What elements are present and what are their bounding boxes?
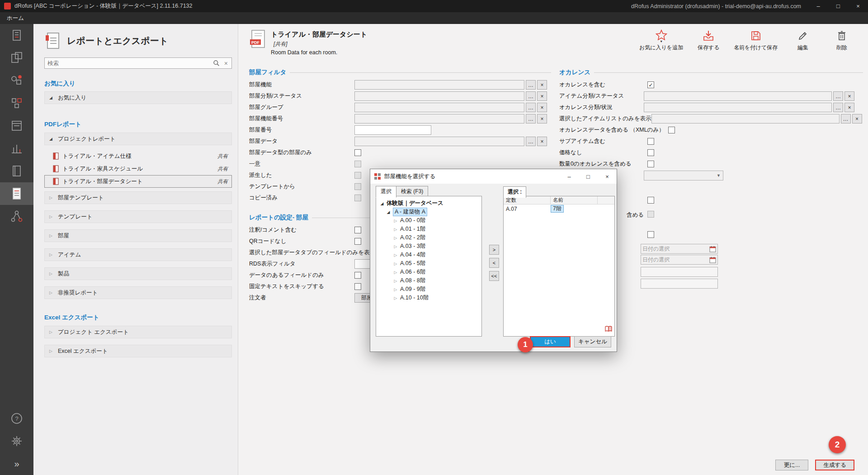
room-function-number-browse-button[interactable]: … [526,114,536,124]
sidebar-item-documents[interactable] [0,160,33,182]
sidebar-item-project[interactable] [0,24,33,47]
clear-search-icon[interactable]: × [223,60,229,67]
tab-select[interactable]: 選択 [376,186,396,198]
selected-item-lists-clear-button[interactable]: × [852,114,862,124]
search-input[interactable] [47,60,213,66]
room-classification-clear-button[interactable]: × [537,91,547,101]
group-room-templates[interactable]: ▷ 部屋テンプレート [44,191,232,204]
room-number-input[interactable] [354,125,431,135]
group-products[interactable]: ▷ 製品 [44,267,232,280]
group-templates[interactable]: ▷ テンプレート [44,210,232,223]
sidebar-item-help[interactable]: ? [0,407,33,430]
include-subitems-checkbox[interactable] [647,138,654,145]
table-row[interactable]: A.07 7階 [504,204,614,213]
occurrence-dropdown[interactable]: ▼ [644,171,723,180]
tree-node-a06[interactable]: ▷A.06 - 6階 [376,268,481,276]
skip-fixed-text-checkbox[interactable] [354,283,361,290]
hidden-option-checkbox-1[interactable] [647,197,654,204]
favorites-group[interactable]: ◢ お気に入り [44,91,232,104]
sidebar-item-functions[interactable] [0,69,33,92]
tree-node-root[interactable]: ◢体験版｜データベース [376,199,481,208]
room-data-clear-button[interactable]: × [537,137,547,146]
room-function-clear-button[interactable]: × [537,80,547,90]
group-project-export[interactable]: ▷ プロジェクト エクスポート [44,326,232,338]
include-occurrences-checkbox[interactable]: ✓ [647,81,654,88]
edit-button[interactable]: 編集 [789,28,816,52]
tree-node-a03[interactable]: ▷A.03 - 3階 [376,242,481,251]
date-from-field[interactable]: 日付の選択 [641,244,718,254]
item-classification-input[interactable] [644,91,832,101]
tree-node-a02[interactable]: ▷A.02 - 2階 [376,233,481,242]
room-group-browse-button[interactable]: … [526,103,536,112]
column-name[interactable]: 名前 [551,196,598,204]
menu-home[interactable]: ホーム [0,14,31,22]
occurrence-classification-clear-button[interactable]: × [844,103,854,112]
window-minimize-button[interactable]: – [808,0,828,12]
hidden-input-2[interactable] [641,279,718,289]
sidebar-item-relations[interactable] [0,205,33,228]
tree-node-a00[interactable]: ▷A.00 - 0階 [376,216,481,225]
sidebar-item-rooms[interactable] [0,47,33,69]
sidebar-item-items[interactable] [0,92,33,114]
copied-checkbox[interactable] [354,195,361,201]
room-group-input[interactable] [354,103,524,112]
tree-node-a10[interactable]: ▷A.10 - 10階 [376,294,481,302]
group-deprecated-reports[interactable]: ▷ 非推奨レポート [44,286,232,299]
room-group-clear-button[interactable]: × [537,103,547,112]
window-maximize-button[interactable]: □ [828,0,848,12]
more-button[interactable]: 更に... [775,460,809,470]
item-classification-browse-button[interactable]: … [833,91,843,101]
move-all-left-button[interactable]: << [489,271,499,281]
sidebar-expand-button[interactable]: » [0,452,33,475]
selected-item-lists-browse-button[interactable]: … [841,114,851,124]
date-to-field[interactable]: 日付の選択 [641,255,718,265]
report-item-trial-room-datasheet[interactable]: トライアル・部屋データシート 共有 [44,175,232,188]
sidebar-item-products[interactable] [0,114,33,137]
yes-button[interactable]: はい [530,336,571,347]
derived-checkbox[interactable] [354,172,361,179]
selected-item-lists-input[interactable] [651,114,840,124]
save-as-button[interactable]: 名前を付けて保存 [734,28,778,52]
room-classification-input[interactable] [354,91,524,101]
no-qr-code-checkbox[interactable] [354,238,361,245]
occurrence-classification-browse-button[interactable]: … [833,103,843,112]
tree-node-a05[interactable]: ▷A.05 - 5階 [376,259,481,268]
room-data-input[interactable] [354,137,524,146]
calendar-icon[interactable] [709,256,716,263]
group-excel-export[interactable]: ▷ Excel エクスポート [44,345,232,357]
fields-with-data-only-checkbox[interactable] [354,272,361,279]
calendar-icon[interactable] [709,246,716,252]
unique-checkbox[interactable] [354,161,361,167]
search-icon[interactable] [213,60,220,66]
room-function-input[interactable] [354,80,524,90]
tree-node-building-a[interactable]: ◢A - 建築物 A [376,208,481,216]
dialog-maximize-button[interactable]: □ [579,169,598,184]
dialog-close-button[interactable]: × [598,169,617,184]
include-annotations-checkbox[interactable] [354,227,361,233]
room-function-browse-button[interactable]: … [526,80,536,90]
tree-node-a09[interactable]: ▷A.09 - 9階 [376,285,481,294]
occurrence-classification-input[interactable] [644,103,832,112]
sidebar-item-systems[interactable] [0,137,33,160]
report-item-trial-item-spec[interactable]: トライアル・アイテム仕様 共有 [44,150,232,162]
room-function-number-clear-button[interactable]: × [537,114,547,124]
delete-button[interactable]: 削除 [828,28,855,52]
no-price-checkbox[interactable] [647,149,654,156]
move-right-button[interactable]: > [489,245,499,255]
tree-node-a01[interactable]: ▷A.01 - 1階 [376,225,481,233]
room-function-number-input[interactable] [354,114,524,124]
generate-button[interactable]: 生成する [815,460,854,470]
add-favorite-button[interactable]: ▼ お気に入りを追加 [639,28,683,52]
group-rooms[interactable]: ▷ 部屋 [44,229,232,242]
book-icon[interactable] [605,326,612,333]
report-item-trial-furniture-schedule[interactable]: トライアル・家具スケジュール 共有 [44,162,232,175]
group-items[interactable]: ▷ アイテム [44,248,232,261]
item-classification-clear-button[interactable]: × [844,91,854,101]
tree-node-a08[interactable]: ▷A.08 - 8階 [376,276,481,285]
hidden-option-checkbox-2[interactable] [647,211,654,218]
dialog-minimize-button[interactable]: – [560,169,579,184]
include-zero-quantity-checkbox[interactable] [647,161,654,167]
room-data-type-only-checkbox[interactable] [354,149,361,156]
hidden-input-1[interactable] [641,267,718,277]
project-reports-group[interactable]: ◢ プロジェクトレポート [44,133,232,145]
